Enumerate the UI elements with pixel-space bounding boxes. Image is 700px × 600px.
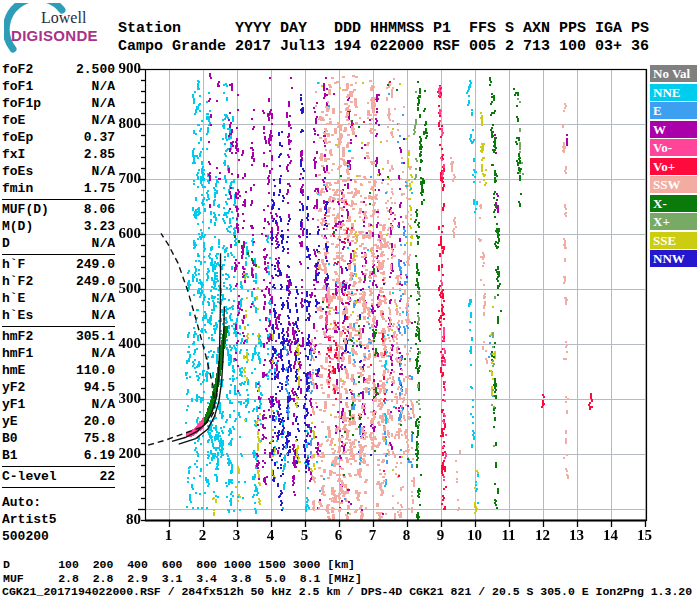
legend-item-noval: No Val <box>650 65 697 82</box>
param-value: 22 <box>99 468 115 485</box>
param-label: h`Es <box>2 307 33 324</box>
param-row: M(D)3.23 <box>2 218 115 235</box>
logo-digisonde-text: DIGISONDE <box>11 27 98 44</box>
x-tick-label: 15 <box>634 527 656 544</box>
param-row: C-level22 <box>2 468 115 485</box>
autoscaling-line: 500200 <box>2 528 115 545</box>
param-row: DN/A <box>2 235 115 252</box>
param-label: M(D) <box>2 218 33 235</box>
legend-item-vo+: Vo+ <box>650 158 697 175</box>
param-label: hmF2 <box>2 328 33 345</box>
autoscaling-line: Artist5 <box>2 511 115 528</box>
param-row: foF1N/A <box>2 78 115 95</box>
lowell-digisonde-logo: Lowell DIGISONDE <box>4 3 116 53</box>
param-group: hmF2305.1hmF1N/AhmE110.0yF294.5yF1N/AyE2… <box>2 326 115 464</box>
legend-item-sse: SSE <box>650 232 697 249</box>
param-group: foF22.500foF1N/AfoF1pN/AfoEN/AfoEp0.37fx… <box>2 61 115 197</box>
param-row: B075.8 <box>2 430 115 447</box>
x-tick-label: 4 <box>260 527 282 544</box>
param-label: foF2 <box>2 61 33 78</box>
param-group: h`F249.0h`F2249.0h`EN/Ah`EsN/A <box>2 254 115 324</box>
param-label: foEp <box>2 129 33 146</box>
x-tick-label: 7 <box>362 527 384 544</box>
param-label: MUF(D) <box>2 201 49 218</box>
param-label: fxI <box>2 146 25 163</box>
param-row: yE20.0 <box>2 413 115 430</box>
param-value: 8.06 <box>84 201 115 218</box>
x-tick-label: 12 <box>532 527 554 544</box>
legend-item-e: E <box>650 102 697 119</box>
param-label: B1 <box>2 447 18 464</box>
param-label: B0 <box>2 430 18 447</box>
autoscaling-info: Auto:Artist5500200 <box>2 487 115 545</box>
x-tick-label: 14 <box>600 527 622 544</box>
param-row: MUF(D)8.06 <box>2 201 115 218</box>
param-label: hmF1 <box>2 345 33 362</box>
param-value: 110.0 <box>76 362 115 379</box>
x-tick-label: 1 <box>158 527 180 544</box>
param-group: MUF(D)8.06M(D)3.23DN/A <box>2 199 115 252</box>
y-tick-label: 900 <box>107 60 141 77</box>
x-tick-label: 10 <box>464 527 486 544</box>
param-label: yF1 <box>2 396 25 413</box>
station-header: Station YYYY DAY DDD HHMMSS P1 FFS S AXN… <box>118 20 649 56</box>
param-label: yF2 <box>2 379 25 396</box>
x-tick-label: 5 <box>294 527 316 544</box>
y-tick-label: 200 <box>107 445 141 462</box>
legend-item-nne: NNE <box>650 84 697 101</box>
legend-item-vo-: Vo- <box>650 139 697 156</box>
param-label: yE <box>2 413 18 430</box>
param-value: 2.85 <box>84 146 115 163</box>
legend-item-w: W <box>650 121 697 138</box>
param-row: B16.19 <box>2 447 115 464</box>
param-value: 249.0 <box>76 256 115 273</box>
legend-item-ssw: SSW <box>650 176 697 193</box>
param-value: N/A <box>92 95 115 112</box>
param-row: h`EsN/A <box>2 307 115 324</box>
x-tick-label: 8 <box>396 527 418 544</box>
param-row: hmF2305.1 <box>2 328 115 345</box>
param-value: N/A <box>92 307 115 324</box>
param-group: C-level22 <box>2 466 115 485</box>
header-values-row: Campo Grande 2017 Jul13 194 022000 RSF 0… <box>118 38 649 55</box>
param-value: N/A <box>92 78 115 95</box>
ionogram-plot <box>128 55 653 533</box>
param-row: yF294.5 <box>2 379 115 396</box>
y-tick-label: 80 <box>107 511 141 528</box>
param-label: foF1 <box>2 78 33 95</box>
digisonde-ionogram-window: Lowell DIGISONDE Station YYYY DAY DDD HH… <box>0 0 700 600</box>
param-row: foEp0.37 <box>2 129 115 146</box>
param-row: fmin1.75 <box>2 180 115 197</box>
param-label: C-level <box>2 468 57 485</box>
x-tick-label: 13 <box>566 527 588 544</box>
param-label: fmin <box>2 180 33 197</box>
param-row: foF1pN/A <box>2 95 115 112</box>
echo-direction-legend: No ValNNEEWVo-Vo+SSWX-X+SSENNW <box>650 65 698 269</box>
legend-item-x+: X+ <box>650 213 697 230</box>
x-tick-label: 11 <box>498 527 520 544</box>
scaled-parameters-panel: foF22.500foF1N/AfoF1pN/AfoEN/AfoEp0.37fx… <box>2 61 115 545</box>
param-row: foF22.500 <box>2 61 115 78</box>
x-tick-label: 9 <box>430 527 452 544</box>
y-tick-label: 400 <box>107 335 141 352</box>
param-label: D <box>2 235 10 252</box>
param-row: hmF1N/A <box>2 345 115 362</box>
param-label: foEs <box>2 163 33 180</box>
param-label: hmE <box>2 362 25 379</box>
muf-row: MUF 2.8 2.8 2.9 3.1 3.4 3.8 5.0 8.1 [MHz… <box>3 572 362 585</box>
y-tick-label: 300 <box>107 390 141 407</box>
legend-item-nnw: NNW <box>650 250 697 267</box>
x-tick-label: 6 <box>328 527 350 544</box>
y-tick-label: 500 <box>107 280 141 297</box>
param-row: h`EN/A <box>2 290 115 307</box>
y-tick-label: 600 <box>107 225 141 242</box>
x-tick-label: 3 <box>226 527 248 544</box>
file-info-row: CGK21_2017194022000.RSF / 284fx512h 50 k… <box>2 585 692 598</box>
param-row: fxI2.85 <box>2 146 115 163</box>
header-labels-row: Station YYYY DAY DDD HHMMSS P1 FFS S AXN… <box>118 20 649 37</box>
y-tick-label: 700 <box>107 170 141 187</box>
param-row: yF1N/A <box>2 396 115 413</box>
autoscaling-line: Auto: <box>2 494 115 511</box>
distance-row: D 100 200 400 600 800 1000 1500 3000 [km… <box>3 558 355 571</box>
param-row: foEsN/A <box>2 163 115 180</box>
